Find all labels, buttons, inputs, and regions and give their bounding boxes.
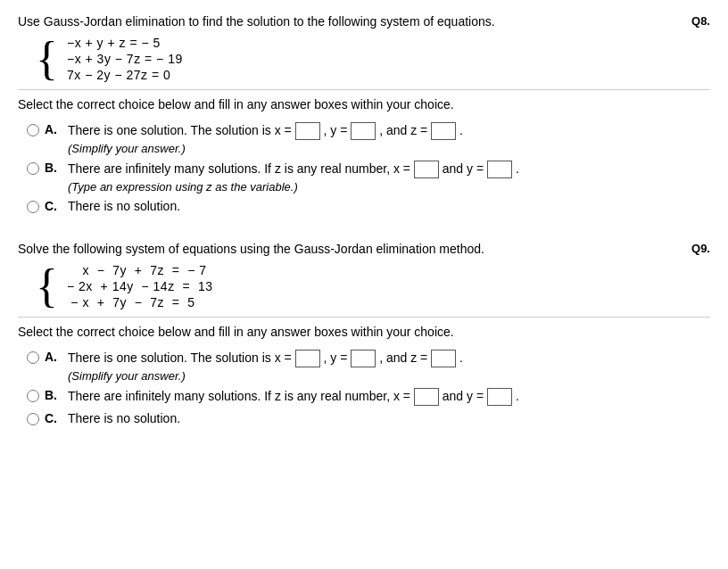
q9-number: Q9. <box>691 242 710 255</box>
q9-a-text4: . <box>459 350 463 365</box>
q8-b-text3: . <box>516 161 519 176</box>
q9-choice-b: B. There are infinitely many solutions. … <box>27 388 710 406</box>
q9-b-text1: There are infinitely many solutions. If … <box>68 389 410 403</box>
q9-a-y-input[interactable] <box>351 350 376 367</box>
q9-a-z-input[interactable] <box>431 350 456 367</box>
q8-choices: A. There is one solution. The solution i… <box>27 122 710 213</box>
q9-content-b: There are infinitely many solutions. If … <box>68 388 710 406</box>
q8-eq1: −x + y + z = − 5 <box>67 36 183 50</box>
q8-header: Use Gauss-Jordan elimination to find the… <box>18 14 710 29</box>
q8-b-x-input[interactable] <box>414 161 439 178</box>
q8-a-y-input[interactable] <box>351 122 376 140</box>
q8-a-x-input[interactable] <box>295 122 320 140</box>
q9-equations: x − 7y + 7z = − 7 − 2x + 14y − 14z = 13 … <box>67 263 213 309</box>
q9-system: { x − 7y + 7z = − 7 − 2x + 14y − 14z = 1… <box>36 263 710 309</box>
q9-brace: { <box>36 263 58 309</box>
q8-eq3: 7x − 2y − 27z = 0 <box>67 68 183 82</box>
q8-content-c: There is no solution. <box>68 199 710 213</box>
q8-b-y-input[interactable] <box>487 161 512 178</box>
q8-choice-a: A. There is one solution. The solution i… <box>27 122 710 155</box>
q8-question-text: Use Gauss-Jordan elimination to find the… <box>18 14 686 29</box>
q8-a-z-input[interactable] <box>431 122 456 140</box>
q8-instructions: Select the correct choice below and fill… <box>18 97 710 111</box>
q9-radio-b[interactable] <box>27 390 39 402</box>
q8-radio-b[interactable] <box>27 162 39 175</box>
q9-b-x-input[interactable] <box>414 388 439 406</box>
q9-a-text2: , y = <box>324 350 348 365</box>
q8-equations: −x + y + z = − 5 −x + 3y − 7z = − 19 7x … <box>67 36 183 82</box>
q9-label-c: C. <box>45 411 59 425</box>
q9-a-text3: , and z = <box>379 350 427 365</box>
q8-label-a: A. <box>45 122 59 136</box>
q8-content-a: There is one solution. The solution is x… <box>68 122 710 155</box>
q8-choice-c: C. There is no solution. <box>27 199 710 213</box>
q8-a-text1: There is one solution. The solution is x… <box>68 123 292 137</box>
q8-section: Use Gauss-Jordan elimination to find the… <box>18 14 710 213</box>
q8-b-sub: (Type an expression using z as the varia… <box>68 180 710 194</box>
q8-label-b: B. <box>45 161 59 175</box>
q8-label-c: C. <box>45 199 59 213</box>
q8-system: { −x + y + z = − 5 −x + 3y − 7z = − 19 7… <box>36 36 710 82</box>
q8-a-text3: , and z = <box>379 123 427 137</box>
section-gap <box>18 213 710 242</box>
q9-eq2: − 2x + 14y − 14z = 13 <box>67 279 213 293</box>
q8-a-sub: (Simplify your answer.) <box>68 142 710 155</box>
q9-choice-a: A. There is one solution. The solution i… <box>27 350 710 383</box>
q9-section: Solve the following system of equations … <box>18 242 710 425</box>
q8-content-b: There are infinitely many solutions. If … <box>68 161 710 194</box>
q8-divider <box>18 89 710 90</box>
q9-label-a: A. <box>45 350 59 364</box>
q8-choice-b: B. There are infinitely many solutions. … <box>27 161 710 194</box>
q9-content-c: There is no solution. <box>68 411 710 425</box>
q9-radio-a[interactable] <box>27 351 39 364</box>
q9-choice-c: C. There is no solution. <box>27 411 710 425</box>
q9-label-b: B. <box>45 388 59 402</box>
q9-b-text2: and y = <box>443 389 484 403</box>
q9-question-text: Solve the following system of equations … <box>18 242 686 256</box>
q9-eq1: x − 7y + 7z = − 7 <box>67 263 213 277</box>
q9-content-a: There is one solution. The solution is x… <box>68 350 710 383</box>
q9-a-sub: (Simplify your answer.) <box>68 369 710 383</box>
q8-number: Q8. <box>691 14 710 28</box>
q9-b-y-input[interactable] <box>487 388 512 406</box>
q8-a-text4: . <box>459 123 463 137</box>
q9-radio-c[interactable] <box>27 413 39 425</box>
q9-eq3: − x + 7y − 7z = 5 <box>67 295 213 309</box>
q9-a-text1: There is one solution. The solution is x… <box>68 350 292 365</box>
q9-a-x-input[interactable] <box>295 350 320 367</box>
q8-c-text: There is no solution. <box>68 199 180 213</box>
q8-a-text2: , y = <box>324 123 348 137</box>
q9-choices: A. There is one solution. The solution i… <box>27 350 710 425</box>
q8-eq2: −x + 3y − 7z = − 19 <box>67 52 183 66</box>
q8-b-text1: There are infinitely many solutions. If … <box>68 161 410 176</box>
q9-b-text3: . <box>516 389 519 403</box>
q9-divider <box>18 317 710 317</box>
q8-brace: { <box>36 36 58 82</box>
q9-header: Solve the following system of equations … <box>18 242 710 256</box>
q9-instructions: Select the correct choice below and fill… <box>18 325 710 339</box>
q8-radio-a[interactable] <box>27 124 39 136</box>
q9-c-text: There is no solution. <box>68 411 180 425</box>
q8-b-text2: and y = <box>443 161 484 176</box>
q8-radio-c[interactable] <box>27 201 39 213</box>
